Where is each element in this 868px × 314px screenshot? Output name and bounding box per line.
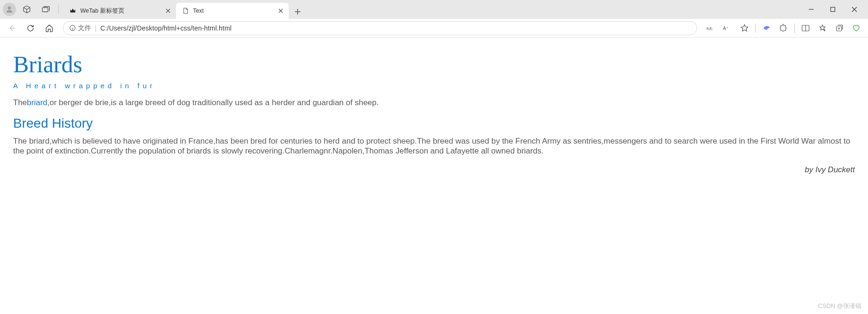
new-tab-button[interactable] [291,5,305,19]
close-icon [166,8,170,13]
crown-icon [69,7,77,15]
svg-rect-2 [831,8,835,12]
page-title: Briards [13,51,855,78]
window-close-button[interactable] [844,2,865,17]
star-plus-icon [818,24,827,32]
home-button[interactable] [41,21,57,36]
info-icon [69,24,76,31]
page-content: Briards A Heart wrapped in fur Thebriard… [0,38,868,185]
tab-overview-icon [41,6,50,13]
plus-icon [294,8,301,15]
tab-wetab[interactable]: WeTab 新标签页 [63,3,176,19]
split-screen-button[interactable] [798,21,814,36]
puzzle-icon [779,24,788,32]
page-tagline: A Heart wrapped in fur [13,82,855,90]
section-heading: Breed History [13,116,855,131]
back-button[interactable] [4,21,20,36]
tab-actions-button[interactable] [38,2,54,16]
refresh-button[interactable] [23,21,38,36]
star-icon [740,24,749,32]
toolbar: 文件 | C:/Users/zjl/Desktop/html+css/ten-h… [0,19,868,38]
minimize-icon [808,7,814,12]
svg-text:aあ: aあ [707,26,713,31]
tab-strip: WeTab 新标签页 Text [63,0,305,19]
read-aloud-button[interactable]: A» [720,21,736,36]
toolbar-right: aあ A» [703,21,864,36]
briard-link[interactable]: briard [27,98,47,107]
collections-button[interactable] [831,21,847,36]
minimize-button[interactable] [800,2,822,17]
extensions-button[interactable] [776,21,791,36]
svg-text:»: » [727,26,728,29]
heart-pulse-icon [852,24,860,32]
watermark: CSDN @张谨镐 [818,302,861,310]
divider [755,23,756,33]
site-info-button[interactable]: 文件 [69,24,91,32]
divider [794,23,795,33]
tab-close-button[interactable] [164,7,172,15]
secure-label: 文件 [78,24,91,32]
tab-label: Text [193,8,204,14]
history-paragraph: The briard,which is believed to have ori… [13,137,855,156]
browser-essentials-button[interactable] [848,21,864,36]
home-icon [45,24,54,32]
tab-label: WeTab 新标签页 [80,7,124,15]
profile-avatar[interactable] [3,3,16,16]
divider: | [95,24,97,32]
bird-icon [762,24,771,32]
close-icon [278,8,283,13]
window-controls [800,2,865,17]
arrow-left-icon [8,24,16,32]
person-icon [5,5,14,14]
url-text: C:/Users/zjl/Desktop/html+css/ten-html.h… [100,24,232,32]
translate-button[interactable]: aあ [703,21,719,36]
titlebar: WeTab 新标签页 Text [0,0,868,19]
intro-post: ,or berger de brie,is a large breed of d… [47,98,379,107]
svg-rect-1 [42,8,48,12]
address-bar[interactable]: 文件 | C:/Users/zjl/Desktop/html+css/ten-h… [63,21,697,35]
collections-icon [835,24,844,32]
document-icon [182,7,189,15]
maximize-button[interactable] [822,2,844,17]
translate-icon: aあ [707,24,715,32]
favorite-button[interactable] [737,21,753,36]
favorites-bar-button[interactable] [814,21,830,36]
tab-close-button[interactable] [277,7,285,15]
intro-paragraph: Thebriard,or berger de brie,is a large b… [13,98,855,107]
svg-point-0 [8,7,11,9]
split-icon [801,24,810,32]
cube-icon [23,5,31,14]
svg-text:A: A [723,25,726,31]
intro-pre: The [13,98,27,107]
refresh-icon [26,24,35,32]
close-icon [852,7,857,12]
workspaces-button[interactable] [19,2,35,16]
text-size-icon: A» [723,24,732,32]
author-credit: by Ivy Duckett [13,165,855,175]
tab-text[interactable]: Text [176,3,289,19]
divider [58,5,59,14]
maximize-icon [830,7,836,12]
bird-extension-button[interactable] [759,21,775,36]
